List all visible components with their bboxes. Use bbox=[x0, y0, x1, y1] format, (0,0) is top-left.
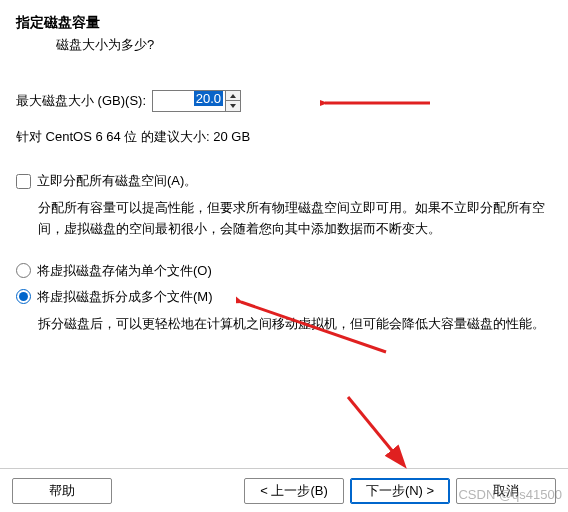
help-button[interactable]: 帮助 bbox=[12, 478, 112, 504]
store-single-radio[interactable] bbox=[16, 263, 31, 278]
allocate-now-label: 立即分配所有磁盘空间(A)。 bbox=[37, 172, 197, 190]
watermark: CSDN @qs41500 bbox=[458, 487, 562, 502]
chevron-down-icon bbox=[230, 104, 236, 108]
page-subtitle: 磁盘大小为多少? bbox=[56, 36, 552, 54]
back-button[interactable]: < 上一步(B) bbox=[244, 478, 344, 504]
allocate-now-checkbox[interactable] bbox=[16, 174, 31, 189]
store-single-label: 将虚拟磁盘存储为单个文件(O) bbox=[37, 262, 212, 280]
store-split-radio[interactable] bbox=[16, 289, 31, 304]
store-split-desc: 拆分磁盘后，可以更轻松地在计算机之间移动虚拟机，但可能会降低大容量磁盘的性能。 bbox=[38, 314, 552, 335]
spinner-up-button[interactable] bbox=[226, 91, 240, 101]
store-split-label: 将虚拟磁盘拆分成多个文件(M) bbox=[37, 288, 213, 306]
spinner-down-button[interactable] bbox=[226, 101, 240, 111]
annotation-arrow-icon bbox=[338, 392, 428, 472]
chevron-up-icon bbox=[230, 94, 236, 98]
max-size-spinner[interactable]: 20.0 bbox=[152, 90, 241, 112]
next-button[interactable]: 下一步(N) > bbox=[350, 478, 450, 504]
page-title: 指定磁盘容量 bbox=[16, 14, 552, 32]
size-suggestion: 针对 CentOS 6 64 位 的建议大小: 20 GB bbox=[16, 128, 552, 146]
allocate-now-desc: 分配所有容量可以提高性能，但要求所有物理磁盘空间立即可用。如果不立即分配所有空间… bbox=[38, 198, 552, 240]
max-size-input[interactable]: 20.0 bbox=[153, 91, 225, 111]
svg-line-2 bbox=[348, 397, 403, 464]
max-size-label: 最大磁盘大小 (GB)(S): bbox=[16, 92, 146, 110]
